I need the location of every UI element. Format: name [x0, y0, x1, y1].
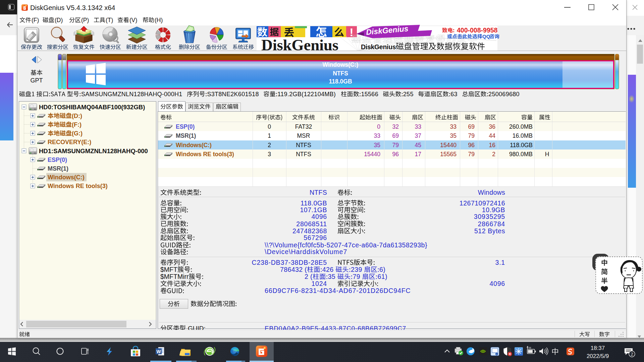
svg-text:2: 2 [492, 151, 495, 158]
svg-text:GUID:: GUID: [188, 325, 206, 332]
svg-text:DiskGenius: DiskGenius [261, 36, 338, 54]
svg-text:\\?\Volume{fcf0fc5b-5207-47ce-: \\?\Volume{fcf0fc5b-5207-47ce-a60a-7da61… [265, 241, 427, 249]
svg-text:28068511: 28068511 [296, 220, 327, 228]
svg-text:118.0GB: 118.0GB [329, 78, 352, 85]
svg-text:33: 33 [374, 132, 380, 139]
svg-text:(V): (V) [129, 17, 137, 23]
svg-text:2866784: 2866784 [478, 220, 505, 228]
svg-text:30935295: 30935295 [474, 213, 505, 220]
svg-text:3.1: 3.1 [495, 259, 505, 266]
svg-text:Windows RE tools(3): Windows RE tools(3) [48, 183, 108, 189]
svg-text:119.2GB(122104MB): 119.2GB(122104MB) [277, 91, 336, 98]
svg-text:(D): (D) [55, 17, 63, 23]
svg-text:786432 (: 786432 ( [280, 266, 307, 273]
svg-text:(T): (T) [106, 17, 113, 23]
svg-text:!: ! [350, 26, 353, 39]
svg-text:Windows: Windows [478, 189, 505, 196]
svg-text:4096: 4096 [489, 280, 505, 287]
svg-text:MSR(1): MSR(1) [176, 132, 196, 139]
svg-text:16.0MB: 16.0MB [513, 132, 533, 139]
svg-text:S3T8NE2K601518: S3T8NE2K601518 [207, 91, 259, 98]
svg-text:ESP(0): ESP(0) [176, 123, 195, 130]
svg-text:512 Bytes: 512 Bytes [474, 227, 505, 235]
svg-text:$MFTMirr: $MFTMirr [160, 273, 189, 280]
svg-text:44: 44 [489, 132, 496, 139]
svg-text:4096: 4096 [311, 213, 327, 220]
svg-text:35: 35 [374, 142, 380, 148]
svg-text:Windows(C:): Windows(C:) [48, 174, 85, 181]
svg-text:33: 33 [415, 123, 421, 130]
svg-text:i: i [496, 353, 497, 355]
svg-text:66D9C7F6-8231-4D34-AD67-201D26: 66D9C7F6-8231-4D34-AD67-201D26DC94FC [265, 287, 411, 294]
svg-text:H: H [545, 151, 549, 158]
svg-text:(G:): (G:) [72, 130, 83, 137]
svg-text:96: 96 [468, 142, 475, 148]
svg-text:69: 69 [468, 123, 475, 130]
svg-text:Windows RE tools(3): Windows RE tools(3) [176, 151, 234, 158]
svg-text:118.0GB: 118.0GB [510, 142, 533, 148]
svg-text:400-008-9958: 400-008-9958 [457, 26, 498, 34]
svg-text:1: 1 [268, 132, 271, 139]
svg-text:79: 79 [468, 151, 475, 158]
svg-text:61): 61) [377, 273, 387, 280]
svg-text:426: 426 [322, 266, 334, 273]
svg-text:NTFS: NTFS [296, 151, 311, 158]
svg-text:79: 79 [392, 142, 399, 148]
svg-text:2022/5/9: 2022/5/9 [587, 353, 609, 359]
svg-text:15565: 15565 [440, 151, 457, 158]
svg-text:35: 35 [450, 132, 457, 139]
svg-text:79: 79 [353, 273, 361, 280]
svg-text:GPT: GPT [30, 77, 43, 84]
svg-text:NTFS: NTFS [333, 70, 348, 77]
svg-text:DiskGenius V5.4.3.1342 x64: DiskGenius V5.4.3.1342 x64 [30, 4, 115, 11]
svg-text:0: 0 [268, 123, 271, 130]
svg-text:6): 6) [379, 266, 385, 273]
svg-text:EBD0A0A2-B9E5-4433-87C0-68B6B7: EBD0A0A2-B9E5-4433-87C0-68B6B72699C7 [265, 325, 406, 332]
svg-text:96: 96 [392, 151, 399, 158]
svg-text:(D:): (D:) [72, 113, 82, 119]
svg-text:118.0GB: 118.0GB [301, 199, 327, 207]
svg-text:2: 2 [268, 142, 271, 148]
svg-text:69: 69 [392, 132, 399, 139]
svg-text:HD0:TOSHIBAMQ04ABF100(932GB): HD0:TOSHIBAMQ04ABF100(932GB) [39, 104, 145, 111]
svg-text:35: 35 [328, 273, 336, 280]
svg-text:260.0MB: 260.0MB [509, 123, 533, 130]
svg-text:HD1:SAMSUNGMZNLN128HAHQ-000: HD1:SAMSUNGMZNLN128HAHQ-000 [39, 147, 148, 155]
svg-text:107.1GB: 107.1GB [300, 206, 327, 214]
svg-text:(F:): (F:) [72, 121, 82, 128]
svg-text:15440: 15440 [364, 151, 380, 158]
svg-text:10.9GB: 10.9GB [482, 206, 505, 214]
svg-text:36: 36 [489, 123, 495, 130]
svg-text:2 (: 2 ( [305, 273, 313, 280]
svg-text:C238-DB37-38DB-28E5: C238-DB37-38DB-28E5 [252, 259, 327, 266]
svg-text:MSR(1): MSR(1) [48, 165, 68, 172]
svg-text:Windows(C:): Windows(C:) [176, 142, 212, 148]
svg-text:32: 32 [392, 123, 399, 130]
svg-text:15440: 15440 [440, 142, 457, 148]
svg-text:FAT32: FAT32 [295, 123, 312, 130]
svg-text:SAMSUNGMZNLN128HAHQ-000H1: SAMSUNGMZNLN128HAHQ-000H1 [81, 91, 182, 98]
svg-text:17: 17 [415, 151, 421, 158]
svg-text:(P): (P) [81, 17, 89, 23]
svg-text:255: 255 [403, 91, 414, 98]
svg-text:3: 3 [268, 151, 271, 158]
svg-text:79: 79 [468, 132, 475, 139]
svg-text:250069680: 250069680 [488, 91, 520, 98]
svg-text:247482368: 247482368 [292, 227, 327, 235]
svg-text:18:37: 18:37 [591, 345, 605, 351]
svg-text:0: 0 [377, 123, 380, 130]
svg-text:16: 16 [489, 142, 495, 148]
svg-text:15566: 15566 [361, 91, 378, 98]
svg-text:126710972416: 126710972416 [460, 199, 505, 207]
svg-text:(H): (H) [155, 17, 163, 23]
svg-text:980.0MB: 980.0MB [509, 151, 533, 158]
svg-text:QQ: QQ [482, 34, 490, 39]
svg-text:MSR: MSR [297, 132, 310, 139]
svg-text:RECOVERY(E:): RECOVERY(E:) [48, 139, 91, 145]
svg-text:33: 33 [450, 123, 457, 130]
svg-text:NTFS: NTFS [296, 142, 311, 148]
svg-text:Windows(C:): Windows(C:) [323, 61, 359, 68]
svg-text:567296: 567296 [304, 234, 327, 241]
svg-text:(F): (F) [32, 17, 39, 23]
svg-text:2: 2 [631, 352, 633, 357]
